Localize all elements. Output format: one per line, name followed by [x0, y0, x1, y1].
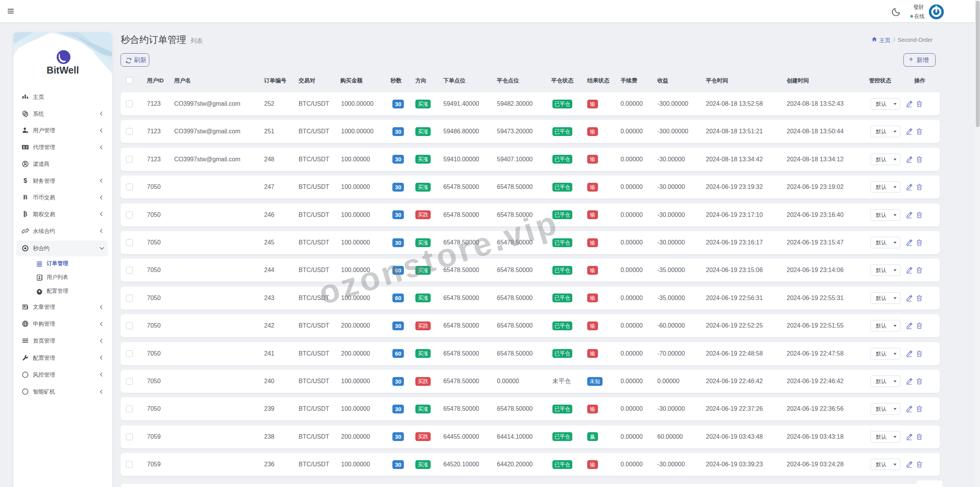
- svg-text:$: $: [23, 177, 27, 184]
- svg-text:B: B: [23, 194, 28, 201]
- svg-text:₿: ₿: [23, 211, 28, 217]
